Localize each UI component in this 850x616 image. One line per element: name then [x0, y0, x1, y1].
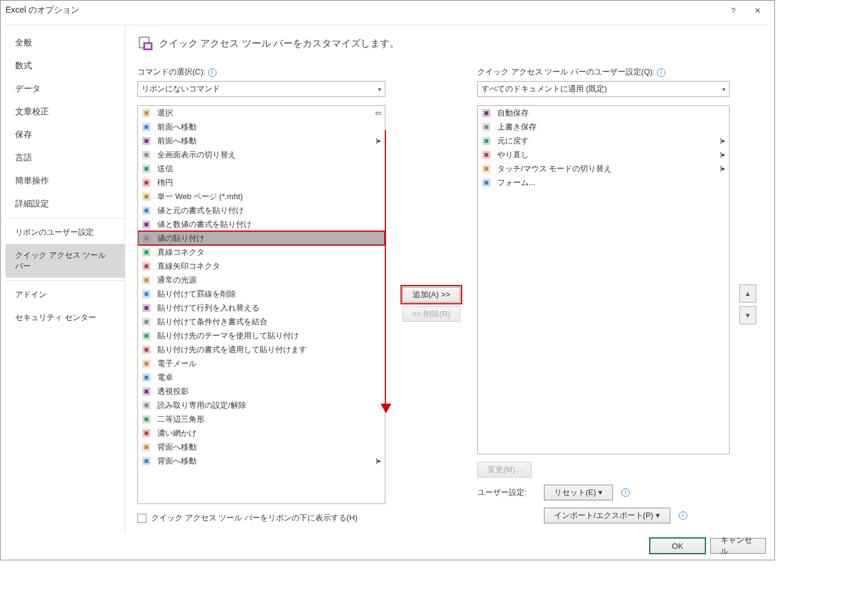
- list-item[interactable]: 電子メール: [138, 356, 385, 370]
- list-item[interactable]: 全画面表示の切り替え: [138, 148, 385, 162]
- list-item[interactable]: タッチ/マウス モードの切り替え|▸: [478, 162, 729, 175]
- left-label: コマンドの選択(C):i: [137, 67, 385, 77]
- scope-dropdown[interactable]: すべてのドキュメントに適用 (既定) ▾: [477, 81, 730, 97]
- list-item[interactable]: 前面へ移動: [138, 120, 385, 134]
- list-item[interactable]: 値と数値の書式を貼り付け: [138, 217, 385, 231]
- move-down-button[interactable]: ▼: [739, 306, 756, 324]
- commands-dropdown[interactable]: リボンにないコマンド ▾: [137, 81, 385, 97]
- list-item-label: フォーム...: [497, 177, 535, 188]
- list-item[interactable]: 元に戻す|▸: [478, 134, 729, 148]
- sidebar-item-ribbon[interactable]: リボンのユーザー設定: [5, 221, 125, 244]
- list-item-label: 電子メール: [157, 358, 197, 369]
- import-export-button[interactable]: インポート/エクスポート(P) ▾: [544, 508, 670, 523]
- list-item[interactable]: 貼り付けて条件付き書式を結合: [138, 315, 385, 329]
- chevron-down-icon: ▾: [378, 86, 381, 93]
- customize-icon: [137, 35, 154, 52]
- sidebar-item-qat[interactable]: クイック アクセス ツール バー: [5, 244, 125, 278]
- sidebar-item-formulas[interactable]: 数式: [5, 54, 125, 77]
- list-item[interactable]: 読み取り専用の設定/解除: [138, 398, 385, 412]
- list-item[interactable]: 値と元の書式を貼り付け: [138, 203, 385, 217]
- remove-button[interactable]: << 削除(R): [402, 306, 461, 322]
- sidebar-item-general[interactable]: 全般: [5, 31, 125, 54]
- command-icon: [140, 135, 152, 147]
- submenu-glyph: |▸: [376, 457, 381, 465]
- arrows-column: ▲ ▼: [739, 67, 757, 523]
- show-below-ribbon-checkbox[interactable]: [137, 514, 146, 523]
- sidebar-item-advanced[interactable]: 詳細設定: [5, 192, 125, 215]
- svg-rect-42: [145, 376, 148, 379]
- list-item[interactable]: 直線コネクタ: [138, 245, 385, 259]
- list-item[interactable]: 選択▭: [138, 106, 385, 120]
- command-icon: [140, 232, 152, 244]
- reset-button[interactable]: リセット(E) ▾: [544, 485, 613, 500]
- help-button[interactable]: ?: [721, 1, 745, 19]
- svg-rect-16: [145, 195, 148, 198]
- command-icon: [140, 358, 152, 370]
- list-item[interactable]: 背面へ移動: [138, 440, 385, 454]
- commands-listbox[interactable]: 選択▭前面へ移動前面へ移動|▸全画面表示の切り替え送信楕円単一 Web ページ …: [137, 105, 385, 504]
- heading-row: クイック アクセス ツール バーをカスタマイズします。: [137, 35, 757, 52]
- svg-rect-36: [145, 334, 148, 338]
- list-item[interactable]: 貼り付けて行列を入れ替える: [138, 301, 385, 315]
- add-button[interactable]: 追加(A) >>: [402, 287, 460, 303]
- command-icon: [140, 246, 152, 258]
- list-item[interactable]: 透視投影: [138, 384, 385, 398]
- sidebar-item-addins[interactable]: アドイン: [5, 283, 125, 306]
- sidebar-item-access[interactable]: 簡単操作: [5, 169, 125, 192]
- command-icon: [480, 135, 492, 147]
- list-item[interactable]: 背面へ移動|▸: [138, 454, 385, 468]
- sidebar-item-trust[interactable]: セキュリティ センター: [5, 306, 125, 329]
- list-item[interactable]: 二等辺三角形: [138, 412, 385, 426]
- command-icon: [140, 441, 152, 453]
- svg-rect-44: [145, 390, 148, 393]
- list-item[interactable]: 前面へ移動|▸: [138, 134, 385, 148]
- list-item[interactable]: 直線矢印コネクタ: [138, 259, 385, 273]
- svg-rect-50: [145, 431, 148, 435]
- command-icon: [140, 218, 152, 231]
- info-icon[interactable]: i: [621, 488, 630, 497]
- sidebar-item-data[interactable]: データ: [5, 77, 125, 100]
- list-item-label: 楕円: [157, 177, 173, 188]
- list-item[interactable]: 送信: [138, 162, 385, 175]
- checkbox-row: クイック アクセス ツール バーをリボンの下に表示する(H): [137, 513, 385, 523]
- list-item[interactable]: 貼り付けて罫線を削除: [138, 287, 385, 301]
- cancel-button[interactable]: キャンセル: [710, 538, 766, 554]
- command-icon: [480, 163, 492, 175]
- move-up-button[interactable]: ▲: [739, 284, 756, 303]
- list-item[interactable]: 値の貼り付け: [138, 231, 385, 245]
- list-item-label: やり直し: [497, 149, 529, 160]
- list-item[interactable]: フォーム...: [478, 175, 729, 189]
- info-icon[interactable]: i: [679, 511, 687, 520]
- list-item[interactable]: 上書き保存: [478, 120, 729, 134]
- list-item[interactable]: やり直し|▸: [478, 148, 729, 162]
- command-icon: [480, 121, 492, 133]
- modify-button[interactable]: 変更(M)...: [477, 462, 532, 477]
- close-button[interactable]: ✕: [745, 1, 770, 19]
- list-item[interactable]: 貼り付け先の書式を適用して貼り付けます: [138, 342, 385, 356]
- svg-rect-30: [145, 292, 148, 296]
- svg-rect-2: [145, 44, 151, 48]
- list-item-label: 単一 Web ページ (*.mht): [157, 191, 243, 202]
- list-item-label: 貼り付けて罫線を削除: [157, 289, 236, 300]
- list-item[interactable]: 楕円: [138, 175, 385, 189]
- submenu-glyph: |▸: [720, 137, 725, 145]
- list-item[interactable]: 濃い網かけ: [138, 426, 385, 440]
- info-icon[interactable]: i: [208, 68, 217, 77]
- svg-rect-58: [485, 125, 488, 129]
- command-icon: [140, 149, 152, 161]
- qat-listbox[interactable]: 自動保存上書き保存元に戻す|▸やり直し|▸タッチ/マウス モードの切り替え|▸フ…: [477, 105, 730, 454]
- list-item[interactable]: 電卓: [138, 370, 385, 384]
- sidebar-item-proofing[interactable]: 文章校正: [5, 100, 125, 123]
- modify-row: 変更(M)...: [477, 462, 730, 477]
- sidebar-item-save[interactable]: 保存: [5, 123, 125, 146]
- command-icon: [140, 399, 152, 411]
- list-item[interactable]: 通常の光源: [138, 273, 385, 287]
- command-icon: [140, 385, 152, 398]
- sidebar-item-language[interactable]: 言語: [5, 146, 125, 169]
- list-item[interactable]: 単一 Web ページ (*.mht): [138, 189, 385, 203]
- svg-rect-40: [145, 362, 148, 365]
- list-item[interactable]: 貼り付け先のテーマを使用して貼り付け: [138, 329, 385, 342]
- info-icon[interactable]: i: [657, 68, 665, 77]
- ok-button[interactable]: OK: [650, 538, 705, 554]
- list-item[interactable]: 自動保存: [478, 106, 729, 120]
